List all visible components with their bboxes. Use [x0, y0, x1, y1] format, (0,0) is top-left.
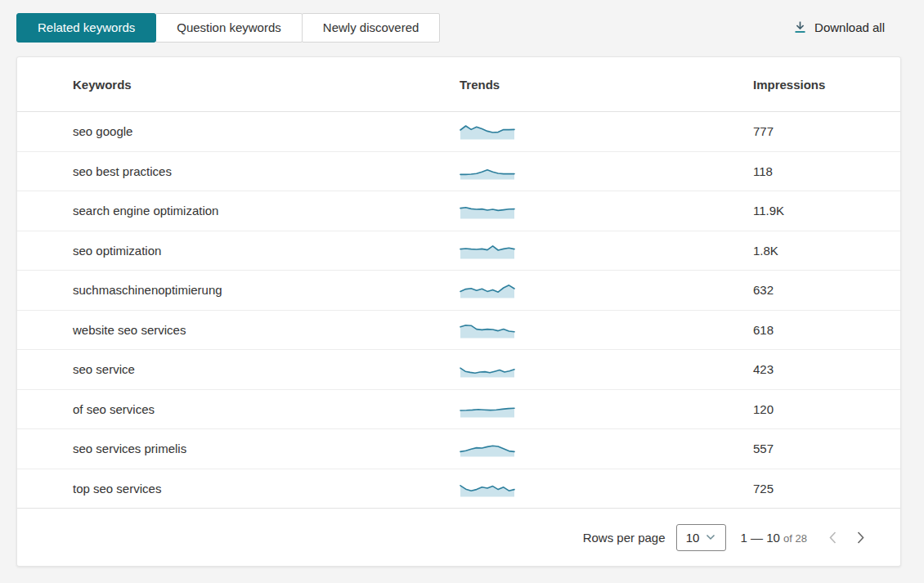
- next-page-button[interactable]: [853, 530, 868, 545]
- trend-cell: [460, 358, 753, 380]
- impressions-value: 725: [753, 482, 774, 496]
- download-all-label: Download all: [814, 20, 885, 34]
- impressions-value: 120: [753, 402, 774, 416]
- table-row[interactable]: seo optimization 1.8K: [17, 231, 900, 271]
- keyword-text: seo google: [73, 124, 132, 138]
- trend-cell: [460, 240, 753, 262]
- keyword-text: of seo services: [73, 402, 155, 416]
- keyword-text: search engine optimization: [73, 204, 218, 218]
- impressions-value: 118: [753, 164, 773, 178]
- trend-cell: [460, 279, 753, 301]
- trend-cell: [460, 200, 753, 222]
- table-row[interactable]: website seo services 618: [17, 311, 900, 351]
- trend-cell: [460, 437, 753, 460]
- trend-sparkline: [460, 478, 515, 497]
- impressions-value: 618: [753, 323, 774, 337]
- trend-cell: [460, 120, 753, 142]
- keyword-cell: seo service: [73, 362, 460, 376]
- download-icon: [794, 20, 806, 34]
- page-range: 1 — 10 of 28: [741, 531, 807, 545]
- page-range-total: of 28: [783, 532, 807, 545]
- keyword-cell: seo google: [73, 124, 460, 138]
- table-row[interactable]: seo best practices 118: [17, 152, 900, 192]
- trend-sparkline: [460, 398, 515, 418]
- trend-cell: [460, 160, 753, 182]
- trend-sparkline: [460, 240, 515, 259]
- column-header-keywords: Keywords: [73, 78, 460, 92]
- keyword-cell: top seo services: [73, 482, 460, 496]
- trend-sparkline: [460, 358, 515, 378]
- keyword-text: website seo services: [73, 323, 186, 337]
- table-row[interactable]: top seo services 725: [17, 469, 900, 509]
- impressions-value: 1.8K: [753, 244, 778, 258]
- keyword-text: top seo services: [73, 482, 161, 496]
- impressions-value: 11.9K: [753, 204, 784, 218]
- rows-per-page-value: 10: [686, 531, 700, 545]
- trend-cell: [460, 398, 753, 420]
- keyword-cell: suchmaschinenoptimierung: [73, 283, 460, 297]
- download-all-button[interactable]: Download all: [794, 20, 885, 34]
- impressions-cell: 1.8K: [753, 244, 900, 258]
- trend-sparkline: [460, 120, 515, 140]
- keyword-tabs: Related keywords Question keywords Newly…: [16, 13, 440, 43]
- trend-sparkline: [460, 437, 515, 457]
- chevron-right-icon: [855, 531, 866, 545]
- table-header: Keywords Trends Impressions: [17, 57, 900, 112]
- table-footer: Rows per page 10 1 — 10 of 28: [17, 509, 900, 566]
- keyword-text: suchmaschinenoptimierung: [73, 283, 222, 297]
- page-range-value: 1 — 10: [741, 531, 780, 545]
- table-row[interactable]: suchmaschinenoptimierung 632: [17, 271, 900, 311]
- topbar: Related keywords Question keywords Newly…: [16, 12, 901, 43]
- impressions-cell: 120: [753, 402, 900, 416]
- impressions-cell: 777: [753, 124, 900, 138]
- column-header-impressions: Impressions: [753, 78, 900, 92]
- table-row[interactable]: seo services primelis 557: [17, 429, 900, 469]
- impressions-cell: 632: [753, 283, 900, 297]
- impressions-cell: 118: [753, 164, 900, 178]
- keyword-cell: website seo services: [73, 323, 460, 337]
- table-row[interactable]: seo google 777: [17, 112, 900, 152]
- keyword-text: seo services primelis: [73, 442, 186, 455]
- rows-per-page-label: Rows per page: [583, 531, 666, 545]
- trend-sparkline: [460, 319, 515, 339]
- keyword-cell: search engine optimization: [73, 204, 460, 218]
- rows-per-page-select[interactable]: 10: [676, 524, 726, 551]
- keywords-table-card: Keywords Trends Impressions seo google 7…: [16, 56, 901, 567]
- table-row[interactable]: seo service 423: [17, 350, 900, 390]
- impressions-cell: 618: [753, 323, 900, 337]
- keyword-text: seo optimization: [73, 244, 161, 258]
- column-header-trends: Trends: [460, 78, 753, 92]
- impressions-value: 632: [753, 283, 774, 297]
- impressions-cell: 725: [753, 482, 900, 496]
- trend-sparkline: [460, 200, 515, 219]
- table-body: seo google 777 seo best practices 118 se…: [17, 112, 900, 509]
- table-row[interactable]: of seo services 120: [17, 390, 900, 430]
- tab-question-keywords[interactable]: Question keywords: [155, 13, 303, 43]
- tab-newly-discovered[interactable]: Newly discovered: [302, 13, 441, 43]
- keyword-cell: seo optimization: [73, 244, 460, 258]
- trend-sparkline: [460, 160, 515, 180]
- table-row[interactable]: search engine optimization 11.9K: [17, 191, 900, 231]
- keyword-research-panel: Related keywords Question keywords Newly…: [0, 0, 924, 567]
- impressions-value: 557: [753, 442, 774, 455]
- trend-sparkline: [460, 279, 515, 298]
- impressions-value: 777: [753, 124, 774, 138]
- chevron-left-icon: [828, 531, 838, 545]
- trend-cell: [460, 478, 753, 500]
- keyword-cell: seo services primelis: [73, 442, 460, 455]
- impressions-value: 423: [753, 362, 774, 376]
- keyword-text: seo best practices: [73, 164, 172, 178]
- tab-related-keywords[interactable]: Related keywords: [16, 13, 156, 43]
- keyword-cell: of seo services: [73, 402, 460, 416]
- chevron-down-icon: [706, 534, 715, 540]
- impressions-cell: 557: [753, 442, 900, 455]
- impressions-cell: 423: [753, 362, 900, 376]
- trend-cell: [460, 319, 753, 341]
- previous-page-button[interactable]: [825, 530, 840, 545]
- impressions-cell: 11.9K: [753, 204, 900, 218]
- keyword-text: seo service: [73, 362, 135, 376]
- keyword-cell: seo best practices: [73, 164, 460, 178]
